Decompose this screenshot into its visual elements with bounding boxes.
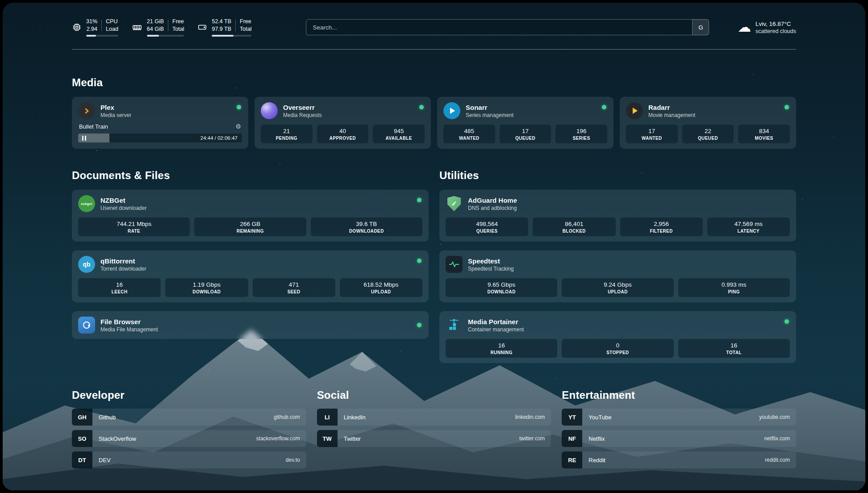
bookmark-name: DEV [92,457,111,464]
media-grid: Plex Media server Bullet Train ⚙ 24:44 /… [72,97,796,149]
app-card-sonarr[interactable]: Sonarr Series management 485 WANTED 17 Q… [437,97,613,149]
stat-tile: 0.993 ms PING [678,278,790,297]
bookmark-stackoverflow[interactable]: SO StackOverflow stackoverflow.com [72,430,306,447]
bookmark-abbr: TW [317,430,338,447]
divider [168,20,168,31]
status-dot [785,105,789,109]
stat-tile: 0 STOPPED [562,339,673,358]
app-card-overseerr[interactable]: Overseerr Media Requests 21 PENDING 40 A… [255,97,431,149]
bookmark-abbr: YT [562,409,582,426]
app-subtitle: Media server [100,112,131,118]
bookmark-github[interactable]: GH Github github.com [72,409,306,426]
app-card-nzbget[interactable]: nzbget NZBGet Usenet downloader 744.21 M… [72,190,429,242]
app-card-qbittorrent[interactable]: qb qBittorrent Torrent downloader 16 LEE… [72,251,429,302]
search-input[interactable] [306,19,709,35]
app-card-adguard[interactable]: ✓ AdGuard Home DNS and adblocking 498,56… [439,190,796,242]
search-engine-button[interactable]: G [692,19,709,35]
playback-progress-bar[interactable]: 24:44 / 02:06:47 [78,134,242,142]
stat-tile: 16 RUNNING [446,339,557,358]
sonarr-icon [443,102,460,119]
app-card-plex[interactable]: Plex Media server Bullet Train ⚙ 24:44 /… [72,97,248,149]
radarr-icon [626,102,643,119]
cpu-label-2: Load [106,25,118,33]
app-card-filebrowser[interactable]: File Browser Media File Management [72,311,429,339]
app-subtitle: DNS and adblocking [468,205,517,211]
bookmark-name: Reddit [582,457,605,464]
bookmark-url: reddit.com [765,457,796,463]
stat-tile: 16 TOTAL [678,339,790,358]
app-name: Sonarr [466,104,513,111]
status-dot [237,105,241,109]
status-dot [417,323,421,327]
stat-tile: 9.24 Gbps UPLOAD [562,278,673,297]
bookmark-netflix[interactable]: NF Netflix netflix.com [562,430,796,447]
ram-free-value: 21 GiB [147,18,164,25]
app-subtitle: Media Requests [283,112,322,118]
playback-time: 24:44 / 02:06:47 [200,135,238,141]
now-playing-title: Bullet Train [79,123,108,130]
app-name: Overseerr [283,104,322,111]
bookmark-abbr: LI [317,409,338,426]
app-name: Media Portainer [468,318,524,326]
bookmark-name: StackOverflow [92,435,136,442]
app-card-speedtest[interactable]: Speedtest Speedtest Tracking 9.65 Gbps D… [439,251,796,302]
cpu-load-value: 2.94 [87,25,97,33]
section-title-developer: Developer [72,389,306,401]
stat-tile: 471 SEED [253,278,335,297]
app-card-portainer[interactable]: Media Portainer Container management 16 … [439,311,796,363]
stat-tile: 266 GB REMAINING [194,217,306,236]
bookmark-url: twitter.com [519,435,551,442]
stat-tile: 618.52 Mbps UPLOAD [340,278,422,297]
stat-tile: 744.21 Mbps RATE [78,217,190,236]
bookmark-url: youtube.com [759,414,796,420]
cpu-label: CPU [106,18,118,25]
disk-icon [197,22,207,32]
overseerr-icon [261,102,278,119]
header-divider [72,49,796,50]
bookmark-youtube[interactable]: YT YouTube youtube.com [562,409,796,426]
app-name: Plex [100,104,131,111]
bookmark-dev[interactable]: DT DEV dev.to [72,451,306,468]
section-title-entertainment: Entertainment [562,389,796,401]
nzbget-icon: nzbget [78,195,95,212]
stat-tile: 86,401 BLOCKED [533,217,615,236]
disk-widget: 52.4 TB 97.9 TB Free Total [197,18,251,37]
gear-icon[interactable]: ⚙ [235,123,241,130]
disk-label: Free [240,18,251,25]
app-card-radarr[interactable]: Radarr Movie management 17 WANTED 22 QUE… [620,97,796,149]
qbittorrent-icon: qb [78,256,95,273]
app-subtitle: Series management [466,112,513,118]
ram-widget: 21 GiB 64 GiB Free Total [132,18,184,37]
bookmark-name: Github [92,414,116,421]
stat-tile: 834 MOVIES [738,125,790,143]
bookmark-abbr: SO [72,430,92,447]
stat-tile: 2,956 FILTERED [620,217,703,236]
bookmark-name: Netflix [582,435,605,442]
bookmark-twitter[interactable]: TW Twitter twitter.com [317,430,551,447]
cpu-progress-bar [86,35,118,37]
section-title-media: Media [72,76,796,89]
stat-tile: 47.569 ms LATENCY [707,217,790,236]
bookmarks-entertainment: Entertainment YT YouTube youtube.com NF … [562,389,796,473]
ram-progress-bar [147,35,184,37]
status-dot [785,319,789,324]
stat-tile: 498,564 QUERIES [446,217,528,236]
app-name: AdGuard Home [468,196,517,204]
portainer-icon [446,317,463,334]
bookmark-url: github.com [274,414,306,420]
pause-icon[interactable] [82,136,86,141]
weather-location: Lviv, 16.87°C [755,21,796,27]
stat-tile: 39.6 TB DOWNLOADED [311,217,422,236]
disk-free-value: 52.4 TB [212,18,231,25]
bookmark-reddit[interactable]: RE Reddit reddit.com [562,451,796,468]
bookmark-linkedin[interactable]: LI LinkedIn linkedin.com [317,409,551,426]
app-subtitle: Usenet downloader [100,205,146,211]
bookmark-name: YouTube [582,414,611,421]
disk-progress-bar [212,35,251,37]
section-title-utilities: Utilities [439,169,796,182]
weather-widget[interactable]: ☁ Lviv, 16.87°C scattered clouds [738,21,796,34]
app-subtitle: Container management [468,326,524,333]
app-subtitle: Torrent downloader [100,266,146,272]
status-dot [417,198,421,202]
search-bar: G [306,19,709,35]
